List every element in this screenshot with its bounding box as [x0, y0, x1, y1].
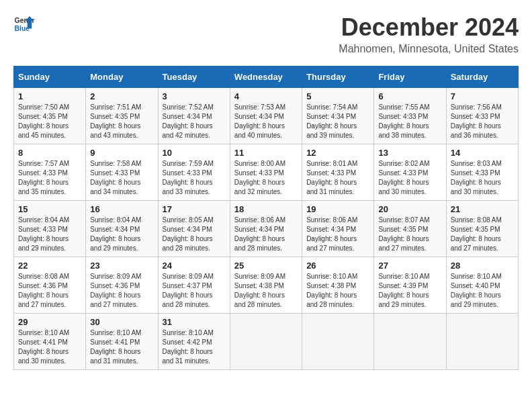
calendar-subtitle: Mahnomen, Minnesota, United States [339, 43, 519, 55]
table-row: 17Sunrise: 8:05 AM Sunset: 4:34 PM Dayli… [158, 201, 230, 257]
day-info: Sunrise: 7:51 AM Sunset: 4:35 PM Dayligh… [90, 103, 153, 140]
table-row [446, 314, 518, 370]
table-row: 18Sunrise: 8:06 AM Sunset: 4:34 PM Dayli… [230, 201, 302, 257]
day-info: Sunrise: 8:08 AM Sunset: 4:36 PM Dayligh… [18, 272, 81, 310]
table-row: 24Sunrise: 8:09 AM Sunset: 4:37 PM Dayli… [158, 257, 230, 314]
calendar-table: Sunday Monday Tuesday Wednesday Thursday… [13, 66, 519, 370]
day-number: 7 [451, 91, 514, 101]
day-info: Sunrise: 7:57 AM Sunset: 4:33 PM Dayligh… [18, 159, 81, 197]
calendar-header-row: Sunday Monday Tuesday Wednesday Thursday… [14, 66, 519, 88]
day-info: Sunrise: 8:02 AM Sunset: 4:33 PM Dayligh… [378, 159, 441, 197]
title-block: December 2024 Mahnomen, Minnesota, Unite… [339, 13, 519, 55]
day-number: 3 [163, 91, 226, 101]
day-number: 15 [18, 204, 81, 214]
day-number: 6 [378, 91, 441, 101]
table-row: 30Sunrise: 8:10 AM Sunset: 4:41 PM Dayli… [86, 314, 158, 370]
logo-icon: General Blue [13, 13, 35, 35]
day-info: Sunrise: 8:09 AM Sunset: 4:38 PM Dayligh… [234, 272, 298, 310]
day-number: 27 [378, 261, 441, 271]
table-row [230, 314, 302, 370]
day-number: 14 [451, 148, 514, 158]
table-row: 4Sunrise: 7:53 AM Sunset: 4:34 PM Daylig… [230, 88, 302, 144]
table-row: 21Sunrise: 8:08 AM Sunset: 4:35 PM Dayli… [446, 201, 518, 257]
day-info: Sunrise: 7:55 AM Sunset: 4:33 PM Dayligh… [378, 103, 441, 140]
day-info: Sunrise: 8:10 AM Sunset: 4:41 PM Dayligh… [90, 328, 153, 366]
day-number: 11 [234, 148, 298, 158]
table-row: 23Sunrise: 8:09 AM Sunset: 4:36 PM Dayli… [86, 257, 158, 314]
table-row: 6Sunrise: 7:55 AM Sunset: 4:33 PM Daylig… [374, 88, 446, 144]
day-number: 13 [378, 148, 441, 158]
day-info: Sunrise: 8:04 AM Sunset: 4:33 PM Dayligh… [18, 216, 81, 253]
col-saturday: Saturday [446, 66, 518, 88]
day-number: 5 [306, 91, 369, 101]
day-number: 22 [18, 261, 81, 271]
calendar-row: 8Sunrise: 7:57 AM Sunset: 4:33 PM Daylig… [14, 144, 519, 201]
table-row: 28Sunrise: 8:10 AM Sunset: 4:40 PM Dayli… [446, 257, 518, 314]
day-number: 19 [306, 204, 369, 214]
calendar-row: 29Sunrise: 8:10 AM Sunset: 4:41 PM Dayli… [14, 314, 519, 370]
table-row: 13Sunrise: 8:02 AM Sunset: 4:33 PM Dayli… [374, 144, 446, 201]
day-info: Sunrise: 8:09 AM Sunset: 4:36 PM Dayligh… [90, 272, 153, 310]
table-row: 10Sunrise: 7:59 AM Sunset: 4:33 PM Dayli… [158, 144, 230, 201]
day-info: Sunrise: 8:06 AM Sunset: 4:34 PM Dayligh… [234, 216, 298, 253]
day-number: 29 [18, 317, 81, 327]
table-row: 7Sunrise: 7:56 AM Sunset: 4:33 PM Daylig… [446, 88, 518, 144]
day-number: 26 [306, 261, 369, 271]
calendar-row: 1Sunrise: 7:50 AM Sunset: 4:35 PM Daylig… [14, 88, 519, 144]
day-number: 28 [451, 261, 514, 271]
day-info: Sunrise: 8:07 AM Sunset: 4:35 PM Dayligh… [378, 216, 441, 253]
day-number: 10 [163, 148, 226, 158]
day-number: 31 [163, 317, 226, 327]
table-row: 12Sunrise: 8:01 AM Sunset: 4:33 PM Dayli… [302, 144, 374, 201]
day-info: Sunrise: 7:56 AM Sunset: 4:33 PM Dayligh… [451, 103, 514, 140]
day-number: 21 [451, 204, 514, 214]
day-info: Sunrise: 8:04 AM Sunset: 4:34 PM Dayligh… [90, 216, 153, 253]
table-row: 1Sunrise: 7:50 AM Sunset: 4:35 PM Daylig… [14, 88, 86, 144]
day-info: Sunrise: 8:00 AM Sunset: 4:33 PM Dayligh… [234, 159, 298, 197]
page-header: General Blue December 2024 Mahnomen, Min… [13, 13, 519, 55]
day-info: Sunrise: 8:01 AM Sunset: 4:33 PM Dayligh… [306, 159, 369, 197]
day-info: Sunrise: 8:10 AM Sunset: 4:39 PM Dayligh… [378, 272, 441, 310]
day-info: Sunrise: 8:06 AM Sunset: 4:34 PM Dayligh… [306, 216, 369, 253]
table-row: 19Sunrise: 8:06 AM Sunset: 4:34 PM Dayli… [302, 201, 374, 257]
table-row: 29Sunrise: 8:10 AM Sunset: 4:41 PM Dayli… [14, 314, 86, 370]
day-info: Sunrise: 8:10 AM Sunset: 4:42 PM Dayligh… [163, 328, 226, 366]
col-friday: Friday [374, 66, 446, 88]
table-row: 15Sunrise: 8:04 AM Sunset: 4:33 PM Dayli… [14, 201, 86, 257]
table-row: 16Sunrise: 8:04 AM Sunset: 4:34 PM Dayli… [86, 201, 158, 257]
day-number: 18 [234, 204, 298, 214]
table-row: 31Sunrise: 8:10 AM Sunset: 4:42 PM Dayli… [158, 314, 230, 370]
table-row: 20Sunrise: 8:07 AM Sunset: 4:35 PM Dayli… [374, 201, 446, 257]
day-number: 9 [90, 148, 153, 158]
day-number: 25 [234, 261, 298, 271]
day-info: Sunrise: 7:59 AM Sunset: 4:33 PM Dayligh… [163, 159, 226, 197]
day-number: 20 [378, 204, 441, 214]
table-row: 3Sunrise: 7:52 AM Sunset: 4:34 PM Daylig… [158, 88, 230, 144]
calendar-title: December 2024 [339, 13, 519, 42]
day-info: Sunrise: 8:10 AM Sunset: 4:41 PM Dayligh… [18, 328, 81, 366]
table-row [302, 314, 374, 370]
day-number: 16 [90, 204, 153, 214]
table-row: 2Sunrise: 7:51 AM Sunset: 4:35 PM Daylig… [86, 88, 158, 144]
day-info: Sunrise: 7:52 AM Sunset: 4:34 PM Dayligh… [163, 103, 226, 140]
day-info: Sunrise: 8:08 AM Sunset: 4:35 PM Dayligh… [451, 216, 514, 253]
day-info: Sunrise: 8:09 AM Sunset: 4:37 PM Dayligh… [163, 272, 226, 310]
day-info: Sunrise: 8:10 AM Sunset: 4:40 PM Dayligh… [451, 272, 514, 310]
table-row [374, 314, 446, 370]
calendar-row: 22Sunrise: 8:08 AM Sunset: 4:36 PM Dayli… [14, 257, 519, 314]
col-wednesday: Wednesday [230, 66, 302, 88]
day-number: 2 [90, 91, 153, 101]
day-info: Sunrise: 8:05 AM Sunset: 4:34 PM Dayligh… [163, 216, 226, 253]
table-row: 8Sunrise: 7:57 AM Sunset: 4:33 PM Daylig… [14, 144, 86, 201]
day-number: 4 [234, 91, 298, 101]
day-info: Sunrise: 7:58 AM Sunset: 4:33 PM Dayligh… [90, 159, 153, 197]
calendar-row: 15Sunrise: 8:04 AM Sunset: 4:33 PM Dayli… [14, 201, 519, 257]
table-row: 26Sunrise: 8:10 AM Sunset: 4:38 PM Dayli… [302, 257, 374, 314]
day-number: 8 [18, 148, 81, 158]
day-number: 17 [163, 204, 226, 214]
table-row: 9Sunrise: 7:58 AM Sunset: 4:33 PM Daylig… [86, 144, 158, 201]
day-info: Sunrise: 7:53 AM Sunset: 4:34 PM Dayligh… [234, 103, 298, 140]
table-row: 5Sunrise: 7:54 AM Sunset: 4:34 PM Daylig… [302, 88, 374, 144]
col-sunday: Sunday [14, 66, 86, 88]
col-monday: Monday [86, 66, 158, 88]
